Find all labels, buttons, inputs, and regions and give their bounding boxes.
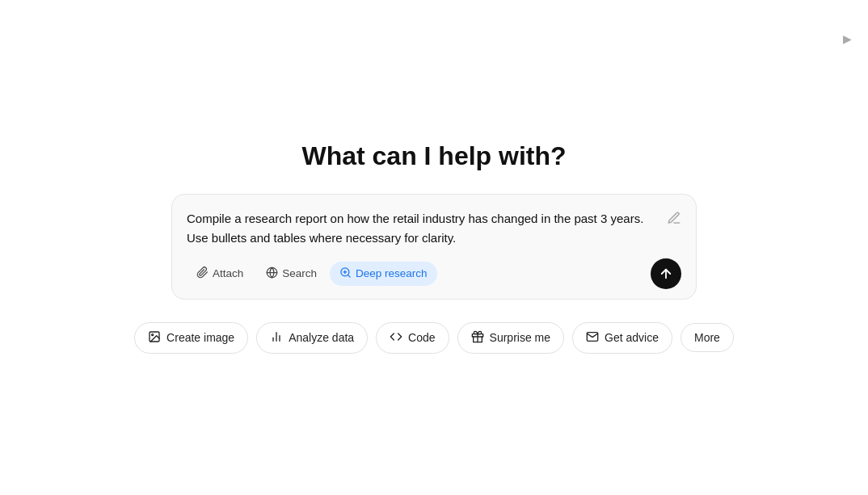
create-image-label: Create image xyxy=(166,331,234,344)
attach-icon xyxy=(196,266,209,281)
attach-label: Attach xyxy=(213,267,243,279)
input-card: Compile a research report on how the ret… xyxy=(171,194,697,300)
input-toolbar: Attach Search xyxy=(187,258,681,289)
edit-icon[interactable] xyxy=(667,211,681,229)
analyze-data-icon xyxy=(270,330,283,346)
analyze-data-button[interactable]: Analyze data xyxy=(256,322,368,354)
send-button[interactable] xyxy=(651,258,681,289)
deep-research-label: Deep research xyxy=(356,267,428,279)
get-advice-button[interactable]: Get advice xyxy=(572,322,672,354)
code-button[interactable]: Code xyxy=(376,322,449,354)
svg-line-3 xyxy=(348,275,350,277)
search-label: Search xyxy=(282,267,317,279)
sidebar-toggle-button[interactable]: ▶ xyxy=(843,32,852,45)
search-button[interactable]: Search xyxy=(256,262,327,286)
code-icon xyxy=(390,330,402,346)
deep-research-button[interactable]: Deep research xyxy=(330,262,437,286)
more-label: More xyxy=(694,331,720,344)
deep-research-icon xyxy=(339,266,352,281)
surprise-me-label: Surprise me xyxy=(490,331,550,344)
input-text[interactable]: Compile a research report on how the ret… xyxy=(187,209,667,247)
surprise-me-icon xyxy=(471,330,484,346)
analyze-data-label: Analyze data xyxy=(289,331,354,344)
main-content: What can I help with? Compile a research… xyxy=(0,141,868,354)
search-globe-icon xyxy=(266,266,278,281)
get-advice-icon xyxy=(586,330,599,346)
create-image-icon xyxy=(148,330,161,346)
toolbar-left: Attach Search xyxy=(187,262,437,286)
more-button[interactable]: More xyxy=(680,323,734,352)
get-advice-label: Get advice xyxy=(605,331,659,344)
create-image-button[interactable]: Create image xyxy=(134,322,248,354)
page-title: What can I help with? xyxy=(301,141,566,171)
code-label: Code xyxy=(408,331,435,344)
quick-actions: Create image Analyze data Code xyxy=(134,322,734,354)
surprise-me-button[interactable]: Surprise me xyxy=(457,322,564,354)
svg-point-6 xyxy=(152,333,154,335)
attach-button[interactable]: Attach xyxy=(187,262,253,286)
